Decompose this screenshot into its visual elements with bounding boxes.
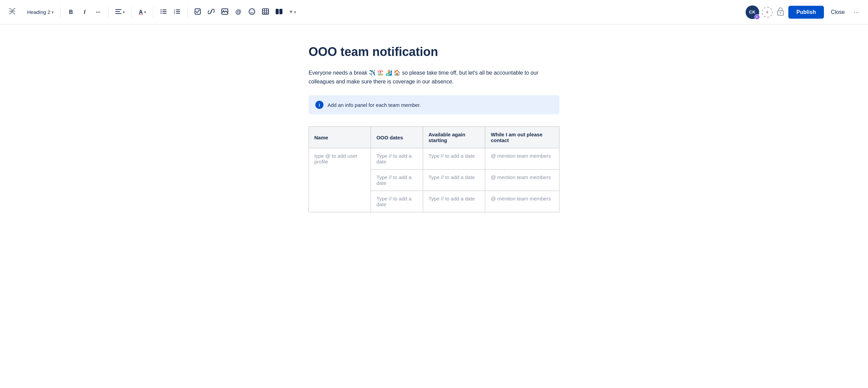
divider-5: [187, 7, 188, 18]
col-header-available: Available again starting: [423, 127, 485, 148]
svg-rect-14: [176, 13, 180, 14]
emoji-icon: [249, 8, 255, 16]
text-color-icon: A: [139, 9, 143, 15]
more-options-button[interactable]: ···: [851, 6, 861, 18]
divider-2: [108, 7, 108, 18]
divider-1: [60, 7, 61, 18]
svg-point-18: [249, 8, 255, 14]
numbered-list-button[interactable]: 1. 2. 3.: [171, 6, 183, 18]
svg-rect-26: [276, 9, 279, 14]
col-header-ooo-dates: OOO dates: [371, 127, 423, 148]
layout-button[interactable]: [273, 6, 285, 18]
logo-icon[interactable]: [7, 6, 18, 19]
available-cell-2[interactable]: Type // to add a date: [423, 170, 485, 191]
svg-rect-0: [115, 9, 121, 10]
checkbox-icon: [195, 8, 201, 16]
svg-rect-13: [176, 11, 180, 12]
svg-rect-27: [279, 9, 282, 14]
svg-point-4: [160, 11, 161, 12]
svg-rect-12: [176, 9, 180, 10]
heading-selector[interactable]: Heading 2 ▾: [24, 7, 56, 17]
contact-cell-1[interactable]: @ mention team members: [485, 148, 559, 170]
checkbox-button[interactable]: [192, 6, 204, 18]
available-cell-3[interactable]: Type // to add a date: [423, 191, 485, 212]
svg-rect-1: [115, 11, 120, 12]
close-button[interactable]: Close: [827, 6, 849, 19]
image-button[interactable]: [219, 6, 231, 18]
svg-rect-6: [162, 9, 166, 10]
avatar[interactable]: CK C: [746, 5, 759, 19]
restrictions-icon[interactable]: [775, 5, 786, 19]
info-panel-text: Add an info panel for each team member.: [328, 102, 421, 108]
info-panel: i Add an info panel for each team member…: [309, 95, 559, 114]
svg-point-29: [780, 13, 781, 14]
svg-text:3.: 3.: [174, 12, 176, 14]
more-format-button[interactable]: ···: [92, 6, 104, 18]
numbered-list-icon: 1. 2. 3.: [174, 9, 180, 16]
text-color-chevron-icon: ▾: [144, 10, 146, 15]
info-icon: i: [315, 101, 323, 109]
name-cell[interactable]: type @ to add user profile: [309, 148, 371, 212]
ooo-date-cell-1[interactable]: Type // to add a date: [371, 148, 423, 170]
content-area: OOO team notification Everyone needs a b…: [281, 24, 587, 233]
emoji-button[interactable]: [246, 6, 258, 18]
toolbar-right: CK C + Publish Close: [746, 5, 861, 19]
document-title[interactable]: OOO team notification: [309, 45, 559, 59]
document-intro: Everyone needs a break ✈️ 🏖️ 🏄 🏠 so plea…: [309, 69, 559, 86]
mention-button[interactable]: @: [232, 6, 244, 18]
layout-icon: [275, 8, 283, 16]
link-button[interactable]: [205, 6, 217, 18]
contact-cell-3[interactable]: @ mention team members: [485, 191, 559, 212]
svg-rect-2: [115, 13, 121, 14]
available-cell-1[interactable]: Type // to add a date: [423, 148, 485, 170]
add-collaborator-button[interactable]: +: [762, 7, 773, 18]
col-header-contact: While I am out please contact: [485, 127, 559, 148]
toolbar: Heading 2 ▾ B I ··· ▾ A ▾: [0, 0, 868, 24]
table-button[interactable]: [259, 6, 272, 18]
insert-chevron-icon: ▾: [294, 10, 296, 15]
table-header-row: Name OOO dates Available again starting …: [309, 127, 559, 148]
table-icon: [262, 8, 269, 16]
svg-rect-7: [162, 11, 166, 12]
svg-point-5: [160, 13, 161, 14]
link-icon: [208, 8, 215, 16]
svg-rect-21: [262, 9, 269, 14]
more-options-icon: ···: [853, 8, 859, 16]
insert-more-button[interactable]: + ▾: [287, 6, 299, 18]
align-chevron-icon: ▾: [123, 10, 125, 15]
ooo-date-cell-2[interactable]: Type // to add a date: [371, 170, 423, 191]
avatar-group: CK C: [746, 5, 759, 19]
insert-plus-icon: +: [289, 8, 293, 16]
bullet-list-button[interactable]: [157, 6, 170, 18]
ooo-date-cell-3[interactable]: Type // to add a date: [371, 191, 423, 212]
avatar-badge: C: [754, 14, 760, 20]
heading-chevron-icon: ▾: [52, 10, 54, 15]
svg-rect-8: [162, 13, 166, 14]
heading-label: Heading 2: [27, 9, 50, 15]
svg-point-20: [253, 11, 253, 11]
bullet-list-icon: [160, 9, 166, 16]
table-row: type @ to add user profile Type // to ad…: [309, 148, 559, 170]
svg-point-3: [160, 9, 161, 10]
svg-point-19: [251, 11, 251, 11]
ooo-table: Name OOO dates Available again starting …: [309, 127, 559, 212]
italic-button[interactable]: I: [78, 6, 91, 18]
publish-button[interactable]: Publish: [788, 6, 824, 19]
align-icon: [115, 9, 121, 15]
mention-icon: @: [235, 8, 241, 16]
image-icon: [221, 8, 228, 16]
align-button[interactable]: ▾: [113, 7, 127, 17]
col-header-name: Name: [309, 127, 371, 148]
bold-button[interactable]: B: [65, 6, 77, 18]
divider-4: [153, 7, 153, 18]
contact-cell-2[interactable]: @ mention team members: [485, 170, 559, 191]
text-color-button[interactable]: A ▾: [136, 7, 149, 17]
divider-3: [132, 7, 132, 18]
